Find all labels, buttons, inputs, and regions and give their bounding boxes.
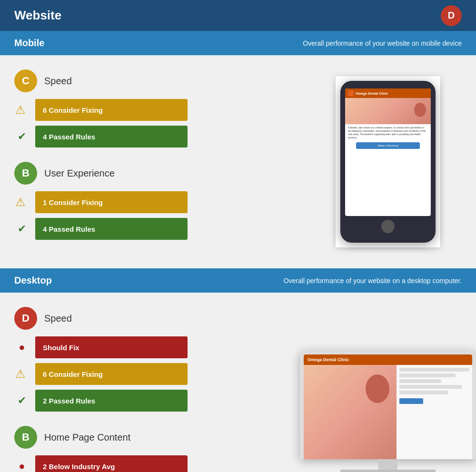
desktop-content-bar-0[interactable]: 2 Below Industry Avg <box>35 455 188 472</box>
mobile-ux-bar-1[interactable]: 4 Passed Rules <box>35 218 188 240</box>
phone-hero-image <box>345 98 431 124</box>
mobile-speed-block: C Speed 6 Consider Fixing <box>14 69 300 152</box>
desktop-stand <box>378 459 397 470</box>
desktop-base <box>340 470 436 472</box>
desktop-clinic-name: Omega Dental Clinic <box>307 357 349 362</box>
mobile-banner: Mobile Overall performance of your websi… <box>0 31 476 55</box>
warning-icon-1 <box>14 195 30 210</box>
mobile-content-area: C Speed 6 Consider Fixing <box>0 55 476 268</box>
desktop-banner: Desktop Overall performance of your webs… <box>0 268 476 293</box>
check-icon-1 <box>14 221 30 236</box>
phone-mockup: Omega Dental Clinic A dentist, also know… <box>340 81 436 243</box>
desktop-screen-outer: Omega Dental Clinic <box>300 351 476 459</box>
desktop-sidebar-bar-2 <box>399 374 456 377</box>
mobile-speed-metric-1: 4 Passed Rules <box>14 126 300 148</box>
mobile-speed-header: C Speed <box>14 69 300 92</box>
phone-topbar-icon <box>348 90 354 96</box>
desktop-speed-bar-1[interactable]: 6 Consider Fixing <box>35 363 188 385</box>
error-icon-0 <box>14 340 30 355</box>
main-container: Website D Mobile Overall performance of … <box>0 0 476 472</box>
mobile-ux-bar-0[interactable]: 1 Consider Fixing <box>35 191 188 213</box>
mobile-ux-block: B User Experience 1 Consider Fixing <box>14 162 300 245</box>
desktop-content-grade: B <box>14 426 37 449</box>
desktop-content-header: B Home Page Content <box>14 426 300 449</box>
desktop-speed-bar-2[interactable]: 2 Passed Rules <box>35 390 188 412</box>
desktop-topbar: Omega Dental Clinic <box>304 354 472 365</box>
desktop-preview-col: Omega Dental Clinic <box>314 307 462 472</box>
check-icon-0 <box>14 129 30 144</box>
mobile-ux-metric-1: 4 Passed Rules <box>14 218 300 240</box>
desktop-hero-image <box>304 365 397 459</box>
desktop-speed-block: D Speed Should Fix <box>14 307 300 416</box>
mobile-preview-col: Omega Dental Clinic A dentist, also know… <box>314 69 462 254</box>
mobile-ux-metric-0: 1 Consider Fixing <box>14 191 300 213</box>
desktop-content-label: Home Page Content <box>44 432 130 443</box>
desktop-speed-header: D Speed <box>14 307 300 330</box>
desktop-cta-button <box>399 398 423 404</box>
desktop-speed-metric-0: Should Fix <box>14 336 300 358</box>
desktop-section-desc: Overall performance of your website on a… <box>284 277 462 285</box>
desktop-screen: Omega Dental Clinic <box>304 354 472 459</box>
warning-icon-0 <box>14 102 30 118</box>
phone-home-button <box>381 220 395 233</box>
desktop-sidebar <box>397 365 472 459</box>
desktop-content-block: B Home Page Content 2 Below Industry Avg <box>14 426 300 472</box>
desktop-speed-grade: D <box>14 307 37 330</box>
desktop-content-area: D Speed Should Fix <box>0 293 476 472</box>
phone-clinic-name: Omega Dental Clinic <box>356 92 388 95</box>
desktop-metrics-col: D Speed Should Fix <box>14 307 300 472</box>
header: Website D <box>0 0 476 31</box>
mobile-ux-header: B User Experience <box>14 162 300 185</box>
desktop-content-wrapper: D Speed Should Fix <box>0 293 476 472</box>
phone-topbar: Omega Dental Clinic <box>345 88 431 98</box>
mobile-section-desc: Overall performance of your website on m… <box>303 39 462 47</box>
desktop-section-title: Desktop <box>14 275 52 286</box>
desktop-speed-metric-1: 6 Consider Fixing <box>14 363 300 385</box>
mobile-speed-metric-0: 6 Consider Fixing <box>14 99 300 121</box>
phone-screen: Omega Dental Clinic A dentist, also know… <box>345 88 431 216</box>
mobile-metrics-col: C Speed 6 Consider Fixing <box>14 69 300 254</box>
check-icon-2 <box>14 393 30 408</box>
phone-booking-button[interactable]: Make a Booking <box>356 142 420 149</box>
desktop-sidebar-bar-1 <box>399 368 469 372</box>
warning-icon-2 <box>14 366 30 382</box>
desktop-speed-bar-0[interactable]: Should Fix <box>35 336 188 358</box>
page-title: Website <box>14 8 61 23</box>
phone-body: A dentist, also known as a dental surgeo… <box>345 124 431 151</box>
mobile-speed-bar-0[interactable]: 6 Consider Fixing <box>35 99 188 121</box>
desktop-content-metric-0: 2 Below Industry Avg <box>14 455 300 472</box>
desktop-sidebar-bar-4 <box>399 385 463 389</box>
avatar: D <box>441 5 462 26</box>
desktop-sidebar-bar-3 <box>399 379 441 383</box>
desktop-mockup: Omega Dental Clinic <box>300 351 476 472</box>
mobile-speed-grade: C <box>14 69 37 92</box>
mobile-content-wrapper: C Speed 6 Consider Fixing <box>0 55 476 268</box>
mobile-ux-grade: B <box>14 162 37 185</box>
error-icon-1 <box>14 459 30 472</box>
desktop-sidebar-bar-5 <box>399 391 448 394</box>
desktop-screen-body <box>304 365 472 459</box>
mobile-speed-bar-1[interactable]: 4 Passed Rules <box>35 126 188 148</box>
desktop-speed-label: Speed <box>44 313 72 324</box>
mobile-ux-label: User Experience <box>44 168 115 179</box>
desktop-hero-accent <box>366 374 389 403</box>
mobile-section-title: Mobile <box>14 38 44 49</box>
mobile-speed-label: Speed <box>44 76 72 87</box>
phone-body-text: A dentist, also known as a dental surgeo… <box>348 126 428 139</box>
desktop-speed-metric-2: 2 Passed Rules <box>14 390 300 412</box>
